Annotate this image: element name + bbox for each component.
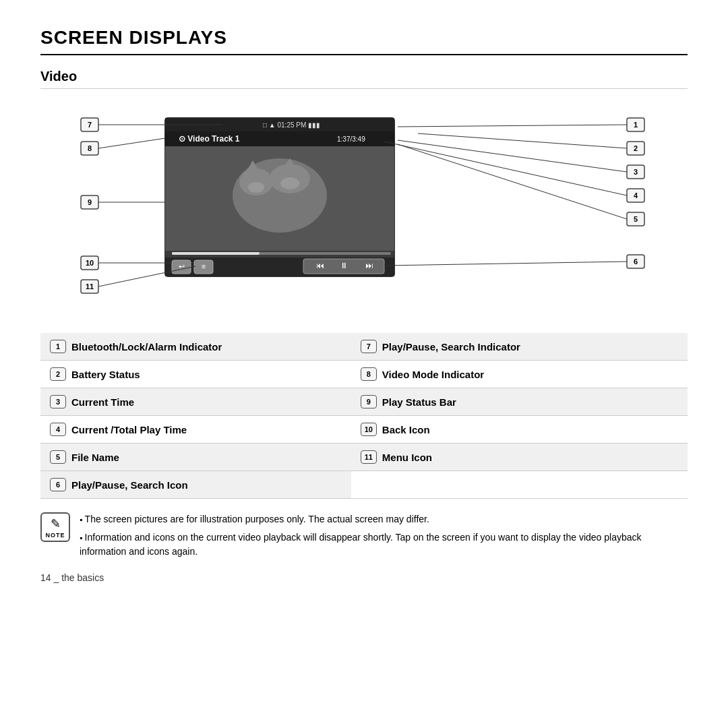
svg-text:≡: ≡: [202, 262, 206, 270]
svg-text:□ ▲  01:25 PM ▮▮▮: □ ▲ 01:25 PM ▮▮▮: [263, 121, 320, 129]
svg-point-10: [248, 182, 264, 193]
svg-line-50: [98, 138, 165, 148]
svg-text:1: 1: [634, 121, 638, 129]
svg-rect-39: [627, 212, 644, 226]
badge-6: 6: [50, 478, 66, 491]
badge-7: 7: [361, 340, 377, 353]
svg-rect-0: [165, 118, 394, 276]
label-6: Play/Pause, Search Icon: [71, 479, 188, 491]
svg-text:↩: ↩: [179, 262, 185, 270]
badge-10: 10: [361, 423, 377, 436]
badge-1: 1: [50, 340, 66, 353]
svg-text:2: 2: [634, 144, 638, 152]
svg-rect-57: [81, 280, 98, 293]
svg-rect-16: [172, 252, 391, 255]
table-row: 6 Play/Pause, Search Icon: [40, 471, 688, 499]
svg-point-7: [233, 158, 327, 233]
svg-rect-42: [627, 255, 644, 268]
ref-cell-1: 1 Bluetooth/Lock/Alarm Indicator: [50, 340, 342, 353]
label-11: Menu Icon: [382, 452, 432, 463]
svg-rect-18: [165, 257, 394, 276]
svg-marker-13: [282, 158, 298, 170]
svg-text:5: 5: [634, 215, 638, 223]
svg-rect-51: [81, 195, 98, 209]
svg-line-35: [398, 140, 627, 172]
svg-rect-45: [81, 118, 98, 131]
ref-cell-5: 5 File Name: [50, 450, 342, 464]
svg-rect-19: [172, 260, 191, 274]
ref-cell-2: 2 Battery Status: [50, 367, 342, 381]
label-7: Play/Pause, Search Indicator: [382, 341, 520, 353]
svg-text:⏸: ⏸: [340, 261, 348, 270]
svg-rect-15: [172, 252, 260, 255]
label-8: Video Mode Indicator: [382, 369, 484, 380]
svg-text:8: 8: [88, 144, 92, 152]
svg-rect-30: [627, 142, 644, 155]
note-section: ✎ NOTE The screen pictures are for illus…: [40, 512, 688, 563]
table-row: 5 File Name 11 Menu Icon: [40, 444, 688, 471]
label-10: Back Icon: [382, 424, 430, 435]
svg-rect-27: [627, 118, 644, 131]
note-content: The screen pictures are for illustration…: [80, 512, 688, 563]
badge-8: 8: [361, 367, 377, 381]
svg-text:4: 4: [634, 191, 638, 200]
ref-cell-8: 8 Video Mode Indicator: [361, 367, 678, 381]
svg-line-38: [384, 142, 627, 195]
ref-cell-10: 10 Back Icon: [361, 423, 678, 436]
table-row: 4 Current /Total Play Time 10 Back Icon: [40, 416, 688, 444]
svg-line-29: [398, 125, 627, 127]
svg-marker-12: [246, 160, 260, 172]
label-1: Bluetooth/Lock/Alarm Indicator: [71, 341, 222, 353]
svg-text:⊙  Video Track 1: ⊙ Video Track 1: [179, 134, 240, 144]
table-row: 2 Battery Status 8 Video Mode Indicator: [40, 361, 688, 388]
svg-text:3: 3: [634, 168, 638, 176]
svg-text:1:37/3:49: 1:37/3:49: [337, 135, 365, 143]
ref-cell-11: 11 Menu Icon: [361, 450, 678, 464]
svg-line-44: [384, 262, 627, 266]
table-row: 1 Bluetooth/Lock/Alarm Indicator 7 Play/…: [40, 333, 688, 361]
label-5: File Name: [71, 452, 119, 463]
svg-rect-6: [165, 146, 394, 251]
table-row: 3 Current Time 9 Play Status Bar: [40, 388, 688, 416]
svg-point-9: [270, 164, 310, 193]
badge-4: 4: [50, 423, 66, 436]
note-icon: ✎ NOTE: [40, 512, 70, 542]
page-title: SCREEN DISPLAYS: [40, 27, 688, 55]
svg-rect-54: [81, 256, 98, 270]
svg-rect-21: [194, 260, 213, 274]
svg-text:10: 10: [86, 259, 94, 267]
label-2: Battery Status: [71, 369, 140, 380]
badge-9: 9: [361, 395, 377, 408]
svg-rect-23: [303, 259, 384, 274]
svg-point-8: [239, 169, 273, 195]
note-label: NOTE: [45, 532, 65, 539]
svg-rect-17: [172, 252, 260, 255]
svg-rect-3: [165, 131, 394, 146]
svg-rect-1: [165, 118, 394, 131]
ref-cell-3: 3 Current Time: [50, 395, 342, 408]
diagram-area: □ ▲ 01:25 PM ▮▮▮ ⊙ Video Track 1 1:37/3:…: [40, 101, 688, 317]
ref-cell-4: 4 Current /Total Play Time: [50, 423, 342, 436]
label-9: Play Status Bar: [382, 396, 456, 408]
label-3: Current Time: [71, 396, 134, 408]
svg-text:9: 9: [88, 198, 92, 206]
svg-text:7: 7: [88, 121, 92, 129]
ref-cell-6: 6 Play/Pause, Search Icon: [50, 478, 342, 491]
badge-2: 2: [50, 367, 66, 381]
svg-rect-33: [627, 165, 644, 179]
svg-text:6: 6: [634, 257, 638, 266]
reference-table: 1 Bluetooth/Lock/Alarm Indicator 7 Play/…: [40, 333, 688, 499]
svg-line-32: [418, 133, 627, 148]
svg-line-59: [98, 266, 195, 286]
section-heading: Video: [40, 69, 688, 89]
svg-line-41: [398, 144, 627, 219]
svg-rect-14: [165, 251, 394, 257]
svg-rect-36: [627, 189, 644, 202]
svg-text:⏮: ⏮: [316, 261, 324, 270]
svg-rect-48: [81, 142, 98, 155]
note-text-1: The screen pictures are for illustration…: [80, 512, 688, 526]
svg-text:11: 11: [86, 282, 94, 291]
ref-cell-9: 9 Play Status Bar: [361, 395, 678, 408]
badge-5: 5: [50, 450, 66, 464]
ref-cell-7: 7 Play/Pause, Search Indicator: [361, 340, 678, 353]
